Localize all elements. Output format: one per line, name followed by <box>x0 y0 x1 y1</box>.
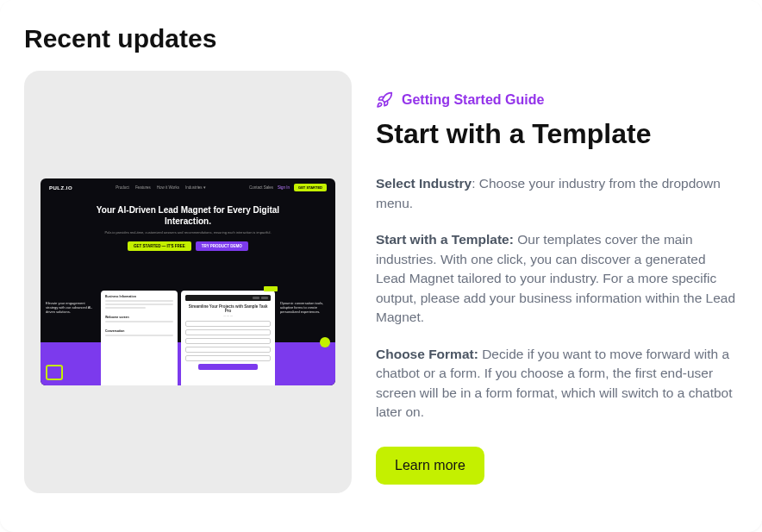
article-body: Select Industry: Choose your industry fr… <box>376 174 738 422</box>
mock-settings-panel: Business Information Welcome screen Conv… <box>101 291 178 385</box>
learn-more-button[interactable]: Learn more <box>376 447 484 485</box>
article-title: Start with a Template <box>376 117 738 150</box>
recent-updates-card: Recent updates PULZ.IO Product Features … <box>0 0 762 532</box>
mock-signin: Sign In <box>278 185 290 190</box>
mock-form-preview: Streamline Your Projects with Sample Tas… <box>181 291 275 385</box>
mock-hero-sub: Pulz.io provides real-time, customized a… <box>75 230 301 235</box>
paragraph-1: Select Industry: Choose your industry fr… <box>376 174 738 213</box>
category-row: Getting Started Guide <box>376 91 738 109</box>
mock-highlight-box <box>46 365 63 380</box>
mock-cta-primary: GET STARTED — IT'S FREE <box>128 241 191 251</box>
thumbnail-container: PULZ.IO Product Features How it Works In… <box>24 71 352 493</box>
mock-cta-secondary: TRY PRODUCT DEMO <box>196 241 248 251</box>
product-screenshot-mock: PULZ.IO Product Features How it Works In… <box>41 178 335 385</box>
rocket-icon <box>376 91 393 109</box>
paragraph-2: Start with a Template: Our templates cov… <box>376 230 738 327</box>
mock-nav-links: Product Features How it Works Industries… <box>116 185 205 190</box>
mock-hero-title: Your AI-Driven Lead Magnet for Every Dig… <box>75 205 301 227</box>
mock-getstarted: GET STARTED <box>294 184 327 191</box>
mock-contact: Contact Sales <box>249 185 273 190</box>
mock-brand: PULZ.IO <box>49 185 72 191</box>
category-label: Getting Started Guide <box>402 92 544 108</box>
mock-side-right: Dynamic conversation tools, adaptive for… <box>280 301 330 315</box>
mock-side-left: Elevate your engagement strategy with ou… <box>46 301 96 315</box>
content-row: PULZ.IO Product Features How it Works In… <box>24 71 738 493</box>
paragraph-3: Choose Format: Decide if you want to mov… <box>376 345 738 422</box>
article-text-column: Getting Started Guide Start with a Templ… <box>376 71 738 493</box>
section-heading: Recent updates <box>24 24 738 53</box>
